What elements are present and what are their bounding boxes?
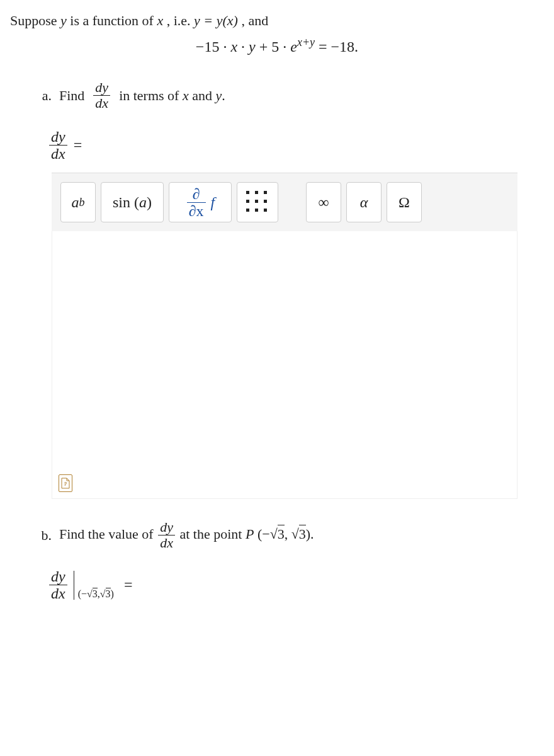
- pden: ∂x: [187, 202, 206, 219]
- var-x: x: [157, 13, 163, 28]
- equation-yeq: y = y(x): [194, 13, 238, 28]
- t: (−: [257, 526, 270, 542]
- rad: 3: [278, 525, 285, 542]
- t: (−: [78, 588, 87, 599]
- math-toolbar: ab sin (a) ∂ ∂x f ∞ α Ω: [52, 173, 517, 231]
- partial-frac: ∂ ∂x: [187, 186, 206, 219]
- dy-dx-fraction: dy dx: [93, 81, 110, 110]
- fn: sin: [113, 194, 130, 211]
- sqrt: √: [270, 526, 278, 542]
- t: and: [189, 88, 216, 103]
- math-input-area[interactable]: P: [52, 231, 517, 499]
- main-equation: −15 · x · y + 5 · ex+y = −18.: [10, 36, 544, 55]
- exponent-button[interactable]: ab: [60, 182, 96, 222]
- t: at the point: [179, 526, 245, 542]
- t: in terms of: [119, 88, 183, 103]
- sup: b: [79, 196, 85, 209]
- text: , i.e.: [167, 13, 194, 28]
- page-icon: P: [61, 478, 70, 489]
- sqrt: √: [100, 588, 106, 599]
- eval-point: (−√3,√3): [78, 588, 114, 600]
- glyph: ∞: [318, 194, 329, 211]
- frac-num: dy: [93, 81, 110, 95]
- text: , and: [241, 13, 268, 28]
- sqrt: √: [291, 526, 299, 542]
- part-a-label: a.: [33, 88, 52, 104]
- var-x: x: [230, 38, 237, 55]
- arg: a: [139, 194, 147, 211]
- text: Find: [59, 88, 84, 104]
- frac-num: dy: [158, 520, 175, 535]
- var-y: y: [215, 88, 222, 103]
- t: ): [111, 588, 114, 599]
- frac-den: dx: [93, 95, 110, 110]
- part-a-answer-lead: dy dx =: [48, 129, 544, 161]
- frac-den: dx: [49, 145, 67, 161]
- keypad-button[interactable]: [237, 182, 278, 222]
- part-b-label: b.: [33, 527, 52, 544]
- infinity-button[interactable]: ∞: [306, 182, 341, 222]
- eq-part: −15 ·: [196, 38, 231, 55]
- omega-button[interactable]: Ω: [387, 182, 422, 222]
- part-b-answer-lead: dy dx (−√3,√3) =: [48, 569, 544, 601]
- part-a-prompt: a. Find dy dx in terms of x and y.: [33, 81, 544, 110]
- t: .: [222, 88, 225, 103]
- frac-num: dy: [49, 569, 67, 585]
- rad: 3: [93, 588, 98, 599]
- eq-part: ·: [241, 38, 249, 55]
- keypad-icon: [246, 191, 269, 214]
- f: f: [211, 194, 215, 211]
- t: ).: [306, 526, 314, 542]
- var-y: y: [249, 38, 256, 55]
- prompt-text: Suppose y is a function of x , i.e. y = …: [10, 10, 544, 31]
- glyph: Ω: [399, 194, 410, 211]
- rad: 3: [299, 525, 306, 542]
- eq-part: + 5 ·: [259, 38, 291, 55]
- pt: P: [246, 526, 254, 542]
- eq-e: e: [290, 38, 297, 55]
- trig-button[interactable]: sin (a): [101, 182, 164, 222]
- dy-dx-fraction: dy dx: [49, 129, 67, 161]
- text: is a function of: [70, 13, 157, 28]
- frac-den: dx: [158, 535, 175, 550]
- eq-rhs: = −18.: [319, 38, 358, 55]
- attachment-icon[interactable]: P: [59, 474, 72, 492]
- eq-exponent: x+y: [297, 36, 315, 49]
- t: Find the value of: [59, 526, 157, 542]
- part-b-prompt: b. Find the value of dy dx at the point …: [33, 520, 544, 550]
- sqrt: √: [87, 588, 93, 599]
- t: ,: [285, 526, 291, 542]
- rad: 3: [106, 588, 111, 599]
- text: Suppose: [10, 13, 60, 28]
- equals-sign: =: [124, 576, 133, 593]
- text: in terms of x and y.: [119, 88, 225, 104]
- pnum: ∂: [191, 186, 202, 202]
- alpha-button[interactable]: α: [346, 182, 382, 222]
- glyph: α: [360, 194, 368, 211]
- var-y: y: [60, 13, 67, 28]
- eval-bar: [74, 571, 74, 600]
- dy-dx-fraction: dy dx: [158, 520, 175, 550]
- dy-dx-fraction: dy dx: [49, 569, 67, 601]
- text: Find the value of dy dx at the point P (…: [59, 520, 314, 550]
- equals-sign: =: [74, 137, 82, 154]
- var-x: x: [183, 88, 189, 103]
- svg-text:P: P: [64, 481, 67, 487]
- base: a: [72, 194, 79, 211]
- frac-num: dy: [49, 129, 67, 145]
- partial-derivative-button[interactable]: ∂ ∂x f: [169, 182, 232, 222]
- frac-den: dx: [49, 585, 67, 601]
